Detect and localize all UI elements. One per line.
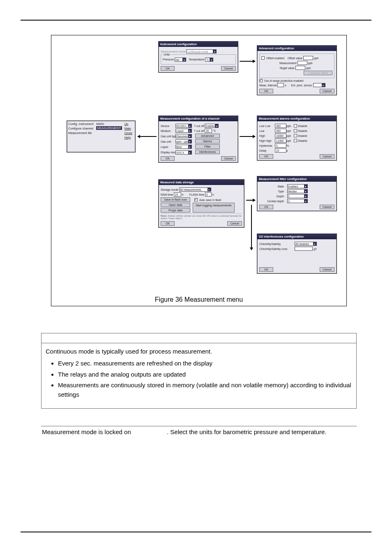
advanced-button[interactable]: Advanced <box>195 134 220 138</box>
offset-enabled-label: Offset enabled <box>266 57 284 60</box>
description-body: Continuous mode is typically used for pr… <box>42 343 356 408</box>
channel-config-title: Measurement configuration of a channel <box>159 116 238 121</box>
advanced-config-window: Advanced configuration Offset enabled Of… <box>257 45 337 95</box>
alarms-button[interactable]: Alarms <box>195 139 220 143</box>
pressure-dropdown[interactable]: bar <box>175 58 186 62</box>
medium-label: Medium <box>161 130 175 132</box>
store-cancel-button[interactable]: Cancel <box>227 221 242 226</box>
filter-cdepth-dropdown[interactable]: 3 <box>287 199 308 203</box>
tcutoff-label: T cut off <box>194 125 204 127</box>
menu-help[interactable]: Help <box>125 135 134 140</box>
footer-rule <box>21 532 371 532</box>
liquid-label: Liquid <box>161 146 175 148</box>
filter-ok-button[interactable]: OK <box>259 205 273 209</box>
temperature-dropdown[interactable]: °C <box>205 58 213 62</box>
measurement-label: Measurement <box>279 62 297 65</box>
offset-enabled-check[interactable] <box>261 56 265 60</box>
save-flash-button[interactable]: Save in flash now <box>161 197 190 202</box>
start-logging-button[interactable]: Start logging measurements <box>193 203 235 213</box>
tcutoff-dropdown[interactable]: Enabled <box>205 124 219 128</box>
ram-time-field[interactable]: 25 <box>174 192 181 197</box>
menu-col-1: Config. Instrument Configure channel Mea… <box>67 121 95 146</box>
meas-interval-field[interactable] <box>277 83 284 87</box>
medium-dropdown[interactable]: Liquid <box>175 129 192 133</box>
adv-cancel-button[interactable]: Cancel <box>320 89 334 93</box>
store-ok-button[interactable]: OK <box>161 221 175 226</box>
alarms-ok-button[interactable]: OK <box>259 154 273 159</box>
storage-mode-dropdown[interactable]: All measurements <box>179 187 211 192</box>
arrow-filter-to-o2 <box>251 205 252 250</box>
figure-caption: Figure 36 Measurement menu <box>51 296 346 303</box>
o2-ok-button[interactable]: OK <box>259 267 273 272</box>
o2-cancel-button[interactable]: Cancel <box>320 267 334 272</box>
target-value-field[interactable] <box>295 66 305 70</box>
filter-type-label: Type <box>259 190 284 193</box>
sensor-label: Sensor <box>161 125 175 127</box>
filter-cancel-button[interactable]: Cancel <box>320 205 334 209</box>
chan-ok-button[interactable]: OK <box>161 156 175 161</box>
desc-li-1: Every 2 sec. measurements are refreshed … <box>58 358 352 368</box>
menu-config-instrument[interactable]: Config. Instrument <box>68 122 94 126</box>
mode-locked-right: . Select the units for barometric pressu… <box>167 427 356 437</box>
gas-type-dropdown[interactable]: Dissolved <box>175 134 192 138</box>
liquid-dropdown[interactable]: Beer <box>175 145 192 149</box>
menu-configure-channel[interactable]: Configure channel <box>68 126 94 131</box>
offset-unit: ppb <box>314 57 318 60</box>
chlorinity-conc-field[interactable] <box>295 247 313 251</box>
gas-unit-dropdown[interactable]: ppm→ppb <box>175 139 192 143</box>
alarms-cancel-button[interactable]: Cancel <box>320 154 334 159</box>
auto-save-check[interactable] <box>194 198 198 201</box>
compute-offset-button[interactable]: Compute offset <box>304 71 332 75</box>
measurement-field[interactable] <box>297 61 307 65</box>
mode-locked-left: Measurement mode is locked on <box>42 427 166 437</box>
sensor-dropdown[interactable]: M1100-L <box>175 124 192 128</box>
interferences-button[interactable]: Interferences <box>195 150 220 154</box>
filter-cdepth-label: Central depth <box>259 200 284 203</box>
oor-check[interactable] <box>259 79 263 82</box>
menu-up[interactable]: Up <box>125 122 134 126</box>
menu-measurement-item[interactable]: MEASUREMENT <box>96 126 122 130</box>
menu-measurement-file[interactable]: Measurement file <box>68 131 94 135</box>
filter-button[interactable]: Filter <box>195 144 220 149</box>
disp-res-dropdown[interactable]: XXX.X <box>175 150 192 155</box>
open-data-button[interactable]: Open data <box>161 203 190 207</box>
advanced-config-title: Advanced configuration <box>257 46 337 51</box>
menu-col-2: MAIN MEASUREMENT <box>95 121 123 146</box>
ext-press-dropdown[interactable] <box>313 83 325 87</box>
ram-time-label: RAM time <box>161 193 173 196</box>
temperature-label: Temperature <box>189 58 204 61</box>
tcutoff-unit: °C <box>213 130 216 132</box>
filter-state-dropdown[interactable]: Enabled <box>287 184 308 188</box>
meas-mode-dropdown[interactable]: Continuous mode <box>186 49 217 53</box>
filter-depth-label: Depth <box>259 195 284 198</box>
filter-type-dropdown[interactable]: Median <box>287 189 308 193</box>
description-header-row <box>42 333 356 343</box>
offset-value-field[interactable] <box>303 56 313 60</box>
storage-mode-label: Storage mode <box>161 188 178 191</box>
purge-data-button[interactable]: Purge data <box>161 208 190 213</box>
flash-time-field[interactable]: 0 <box>205 192 212 197</box>
arrow-channel-to-alarms <box>240 136 255 137</box>
adv-ok-button[interactable]: OK <box>259 89 273 93</box>
alarms-window: Measurement alarms configuration Low Low… <box>257 116 337 161</box>
chlorinity-dropdown[interactable]: All disabled <box>295 242 317 246</box>
arrow-instr-to-adv <box>240 61 255 62</box>
auto-save-label: Auto save in flash <box>199 199 221 201</box>
instr-cancel-button[interactable]: Cancel <box>221 66 236 71</box>
menu-main[interactable]: Main <box>125 126 134 131</box>
target-value-label: Target value <box>279 67 295 69</box>
filter-depth-dropdown[interactable]: 5 <box>287 194 308 198</box>
menu-close[interactable]: Close <box>125 131 134 135</box>
meas-interval-unit: s <box>285 84 286 87</box>
instr-ok-button[interactable]: OK <box>161 66 175 71</box>
filter-state-label: State <box>259 185 284 188</box>
mode-locked-table: Measurement mode is locked on . Select t… <box>41 426 357 437</box>
chan-cancel-button[interactable]: Cancel <box>221 156 236 161</box>
gas-unit-label: Gas unit <box>161 140 175 143</box>
tcutoff-value-field[interactable]: 20 <box>205 129 212 133</box>
arrow-menu-to-channel <box>138 136 157 137</box>
offset-value-label: Offset value <box>288 57 302 60</box>
data-storage-title: Measured data storage <box>159 180 244 185</box>
meas-interval-label: Meas. interval <box>259 84 277 87</box>
header-rule <box>21 20 371 21</box>
